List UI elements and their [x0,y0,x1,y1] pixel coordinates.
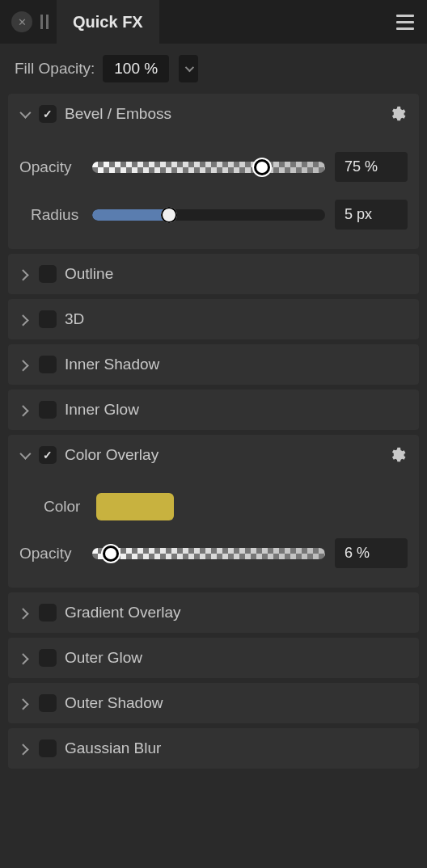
section-header-outer-glow[interactable]: Outer Glow [8,638,419,678]
bevel-opacity-slider[interactable] [92,161,325,174]
gear-icon[interactable] [388,446,406,464]
chevron-right-icon[interactable] [18,270,31,278]
fill-opacity-row: Fill Opacity: 100 % [0,44,427,94]
checkbox-3d[interactable] [39,310,57,328]
topbar: Quick FX [0,0,427,44]
section-header-inner-glow[interactable]: Inner Glow [8,390,419,430]
color-swatch[interactable] [96,493,174,520]
slider-thumb[interactable] [161,207,177,223]
section-header-outline[interactable]: Outline [8,254,419,294]
section-header-gaussian-blur[interactable]: Gaussian Blur [8,728,419,769]
effects-list: Bevel / Emboss Opacity 75 % Radius [0,94,427,868]
section-header-inner-shadow[interactable]: Inner Shadow [8,344,419,385]
slider-thumb[interactable] [256,162,268,173]
gear-icon[interactable] [388,105,406,123]
effect-label-gradient-overlay: Gradient Overlay [65,604,409,622]
checkbox-bevel[interactable] [39,105,57,123]
chevron-right-icon[interactable] [18,315,31,323]
effect-label-outer-glow: Outer Glow [65,649,409,667]
section-inner-shadow: Inner Shadow [8,344,419,385]
section-outline: Outline [8,254,419,294]
tab-quick-fx[interactable]: Quick FX [57,0,159,44]
section-header-outer-shadow[interactable]: Outer Shadow [8,683,419,723]
color-overlay-opacity-value[interactable]: 6 % [335,538,408,568]
bevel-opacity-value[interactable]: 75 % [335,152,408,182]
checkbox-inner-glow[interactable] [39,401,57,419]
color-overlay-color-label: Color [44,498,80,516]
fill-opacity-value[interactable]: 100 % [103,55,169,82]
effect-label-outline: Outline [65,265,409,283]
bevel-radius-row: Radius 5 px [19,200,408,230]
bevel-opacity-label: Opacity [19,158,82,176]
bevel-opacity-row: Opacity 75 % [19,152,408,182]
chevron-right-icon[interactable] [18,699,31,707]
section-gradient-overlay: Gradient Overlay [8,592,419,633]
quick-fx-panel: Quick FX Fill Opacity: 100 % Bevel / Emb… [0,0,427,868]
effect-label-outer-shadow: Outer Shadow [65,694,409,712]
color-overlay-color-row: Color [19,493,408,520]
section-header-bevel[interactable]: Bevel / Emboss [8,94,419,134]
chevron-right-icon[interactable] [18,654,31,662]
color-overlay-opacity-label: Opacity [19,545,82,563]
checkbox-outer-shadow[interactable] [39,694,57,712]
chevron-right-icon[interactable] [18,609,31,617]
chevron-right-icon[interactable] [18,360,31,369]
fill-opacity-label: Fill Opacity: [15,60,95,78]
chevron-down-icon[interactable] [18,110,31,118]
bevel-radius-value[interactable]: 5 px [335,200,408,230]
section-header-gradient-overlay[interactable]: Gradient Overlay [8,592,419,633]
section-header-color-overlay[interactable]: Color Overlay [8,435,419,475]
bevel-radius-slider[interactable] [92,209,325,221]
section-color-overlay: Color Overlay Color Opacity 6 % [8,435,419,588]
collapse-icon[interactable] [40,15,49,29]
fill-opacity-dropdown[interactable] [179,55,198,82]
checkbox-outline[interactable] [39,265,57,283]
section-outer-glow: Outer Glow [8,638,419,678]
checkbox-outer-glow[interactable] [39,649,57,667]
bevel-radius-label: Radius [19,206,82,224]
checkbox-gradient-overlay[interactable] [39,604,57,622]
slider-thumb[interactable] [105,548,116,559]
color-overlay-opacity-row: Opacity 6 % [19,538,408,568]
section-inner-glow: Inner Glow [8,390,419,430]
checkbox-color-overlay[interactable] [39,446,57,464]
effect-label-color-overlay: Color Overlay [65,446,380,464]
section-outer-shadow: Outer Shadow [8,683,419,723]
section-bevel-emboss: Bevel / Emboss Opacity 75 % Radius [8,94,419,249]
chevron-right-icon[interactable] [18,406,31,414]
effect-label-3d: 3D [65,310,409,328]
effect-label-inner-shadow: Inner Shadow [65,356,409,373]
chevron-right-icon[interactable] [18,744,31,752]
section-header-3d[interactable]: 3D [8,299,419,339]
checkbox-inner-shadow[interactable] [39,356,57,373]
color-overlay-opacity-slider[interactable] [92,547,325,560]
checkbox-gaussian-blur[interactable] [39,739,57,757]
effect-label-inner-glow: Inner Glow [65,401,409,419]
section-gaussian-blur: Gaussian Blur [8,728,419,769]
close-icon[interactable] [11,11,32,32]
effect-label-gaussian-blur: Gaussian Blur [65,739,409,757]
chevron-down-icon[interactable] [18,451,31,459]
section-3d: 3D [8,299,419,339]
menu-icon[interactable] [396,15,414,30]
effect-label-bevel: Bevel / Emboss [65,105,380,123]
